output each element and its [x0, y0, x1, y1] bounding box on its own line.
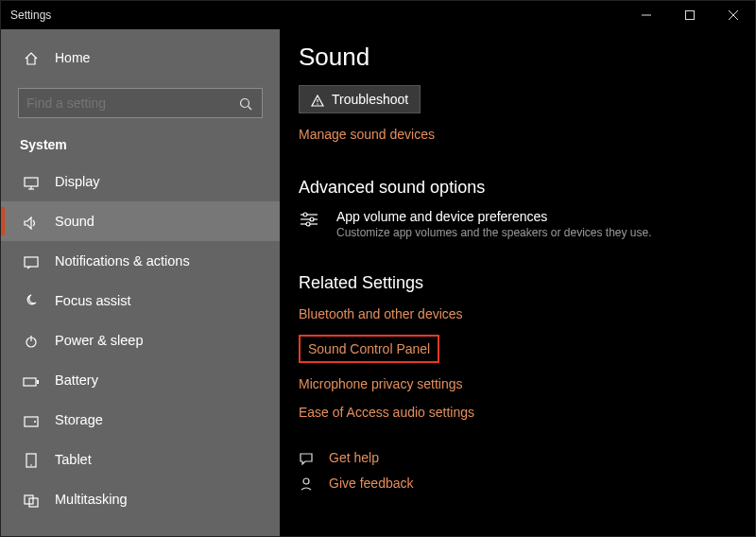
- app-volume-preferences[interactable]: App volume and device preferences Custom…: [299, 209, 755, 239]
- sidebar-item-storage[interactable]: Storage: [1, 400, 280, 440]
- manage-sound-devices-link[interactable]: Manage sound devices: [299, 127, 755, 142]
- window-controls: [625, 1, 755, 29]
- sidebar-item-label: Focus assist: [55, 293, 131, 308]
- feedback-icon: [299, 475, 319, 491]
- home-label: Home: [55, 50, 90, 65]
- svg-point-15: [34, 421, 36, 423]
- sidebar-item-label: Battery: [55, 372, 98, 388]
- notifications-icon: [21, 252, 42, 268]
- sidebar-item-label: Multitasking: [55, 492, 128, 507]
- svg-point-17: [30, 464, 32, 466]
- warning-icon: [311, 92, 324, 107]
- sound-control-panel-highlight: Sound Control Panel: [299, 335, 439, 363]
- search-box[interactable]: [18, 88, 263, 118]
- svg-point-23: [303, 213, 307, 217]
- display-icon: [21, 173, 42, 189]
- settings-window: Settings Home: [0, 0, 756, 537]
- sidebar: Home System Display Sound: [1, 29, 280, 536]
- sidebar-item-label: Display: [55, 174, 100, 189]
- sidebar-item-battery[interactable]: Battery: [1, 360, 280, 400]
- svg-point-21: [317, 103, 318, 104]
- advanced-options-heading: Advanced sound options: [299, 178, 755, 198]
- svg-rect-13: [37, 380, 39, 384]
- svg-point-27: [306, 222, 310, 226]
- sound-control-panel-link[interactable]: Sound Control Panel: [308, 341, 430, 356]
- minimize-button[interactable]: [625, 1, 668, 29]
- sliders-icon: [299, 209, 325, 229]
- svg-rect-9: [25, 257, 38, 267]
- search-input[interactable]: [26, 95, 239, 111]
- bluetooth-devices-link[interactable]: Bluetooth and other devices: [299, 306, 755, 321]
- sidebar-item-power-sleep[interactable]: Power & sleep: [1, 320, 280, 360]
- window-title: Settings: [10, 9, 51, 22]
- related-settings-heading: Related Settings: [299, 273, 755, 293]
- get-help-link: Get help: [329, 450, 379, 465]
- svg-point-4: [241, 99, 249, 108]
- sidebar-item-label: Notifications & actions: [55, 253, 190, 268]
- ease-of-access-audio-link[interactable]: Ease of Access audio settings: [299, 405, 755, 420]
- sidebar-item-notifications[interactable]: Notifications & actions: [1, 241, 280, 281]
- svg-rect-6: [25, 178, 38, 186]
- power-icon: [21, 332, 42, 349]
- app-volume-description: Customize app volumes and the speakers o…: [336, 226, 652, 239]
- help-icon: [299, 450, 319, 465]
- microphone-privacy-link[interactable]: Microphone privacy settings: [299, 376, 755, 391]
- troubleshoot-label: Troubleshoot: [332, 92, 408, 107]
- give-feedback-row[interactable]: Give feedback: [299, 475, 755, 491]
- related-settings: Related Settings Bluetooth and other dev…: [299, 273, 755, 420]
- multitasking-icon: [21, 491, 42, 507]
- sidebar-item-label: Tablet: [55, 452, 92, 467]
- battery-icon: [21, 372, 42, 389]
- svg-point-28: [303, 478, 309, 484]
- give-feedback-link: Give feedback: [329, 476, 414, 491]
- sidebar-group-heading: System: [1, 128, 280, 162]
- content: Home System Display Sound: [1, 29, 755, 536]
- home-icon: [21, 49, 42, 66]
- maximize-button[interactable]: [668, 1, 712, 29]
- titlebar: Settings: [1, 1, 755, 29]
- main-panel: Sound Troubleshoot Manage sound devices …: [280, 29, 755, 536]
- sidebar-item-multitasking[interactable]: Multitasking: [1, 479, 280, 519]
- page-title: Sound: [299, 43, 755, 72]
- sidebar-item-label: Storage: [55, 412, 103, 427]
- sidebar-item-focus-assist[interactable]: Focus assist: [1, 281, 280, 320]
- focus-assist-icon: [21, 292, 42, 309]
- sound-icon: [21, 213, 42, 229]
- get-help-row[interactable]: Get help: [299, 450, 755, 465]
- search-icon: [239, 95, 254, 111]
- svg-line-5: [249, 107, 252, 111]
- close-button[interactable]: [712, 1, 755, 29]
- svg-point-25: [310, 217, 314, 221]
- app-volume-label: App volume and device preferences: [336, 209, 652, 224]
- sidebar-item-tablet[interactable]: Tablet: [1, 440, 280, 479]
- troubleshoot-button[interactable]: Troubleshoot: [299, 85, 421, 113]
- tablet-icon: [21, 451, 42, 468]
- svg-rect-12: [24, 378, 36, 386]
- svg-rect-1: [686, 11, 695, 20]
- storage-icon: [21, 412, 42, 428]
- sidebar-item-label: Sound: [55, 214, 94, 229]
- sidebar-item-display[interactable]: Display: [1, 162, 280, 201]
- sidebar-item-sound[interactable]: Sound: [1, 201, 280, 241]
- home-button[interactable]: Home: [1, 39, 280, 77]
- sidebar-item-label: Power & sleep: [55, 333, 144, 348]
